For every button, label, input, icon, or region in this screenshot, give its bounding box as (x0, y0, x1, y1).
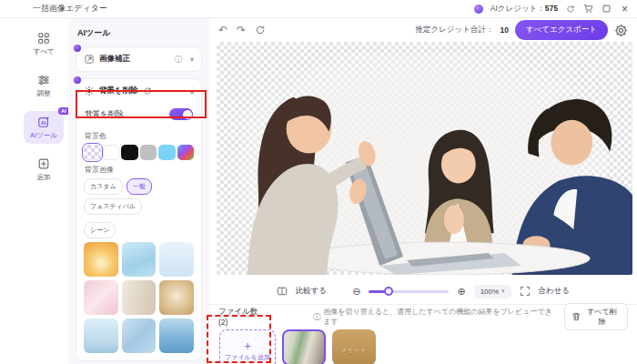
delete-all-button[interactable]: すべて削除 (564, 303, 628, 330)
photo-person-middle (424, 130, 494, 248)
add-file-button[interactable]: ＋ ファイルを追加 (219, 329, 276, 364)
bg-image-grid (84, 242, 194, 353)
remove-bg-label: 背景を削除 (99, 86, 138, 96)
toggle-knob (183, 110, 192, 119)
fit-screen-icon[interactable] (520, 286, 531, 297)
file-strip: ファイル数 (2) ⓘ画像を切り替えると、適用したすべての機能の結果をプレビュー… (209, 304, 637, 364)
info-icon[interactable]: ⓘ (175, 55, 182, 65)
remove-bg-toggle-row: 背景を削除 (84, 103, 194, 126)
swatch-transparent[interactable] (84, 145, 101, 160)
rail-item-all[interactable]: すべて (24, 27, 64, 60)
swatch-gray[interactable] (140, 145, 157, 160)
bg-image-tabs: カスタム 一般 フェスティバル シーン (84, 178, 194, 238)
image-correction-header[interactable]: 画像補正 ⓘ ▾ (76, 47, 201, 71)
compare-label: 比較する (296, 286, 327, 297)
titlebar: 一括画像エディター AIクレジット：575 × (0, 0, 637, 18)
bg-thumb-sea-horizon[interactable] (84, 318, 118, 353)
bg-thumb-pale-sky[interactable] (159, 242, 194, 277)
swatch-black[interactable] (121, 145, 138, 160)
grid-icon (37, 32, 50, 45)
swatch-white[interactable] (103, 145, 120, 160)
plus-square-icon (37, 157, 50, 170)
ai-credits-label: AIクレジット：575 (490, 4, 558, 15)
card-image-correction: 画像補正 ⓘ ▾ (76, 46, 202, 72)
maximize-icon[interactable] (602, 4, 612, 15)
card-remove-bg: 背景を削除 ▴ 背景を削除 背景色 背景画像 カスタム 一般 フェ (76, 78, 202, 361)
close-icon[interactable]: × (622, 4, 628, 15)
swatch-multicolor[interactable] (177, 145, 195, 160)
tab-custom[interactable]: カスタム (84, 178, 123, 195)
bg-thumb-ocean-waves[interactable] (159, 318, 194, 353)
file-hint: ⓘ画像を切り替えると、適用したすべての機能の結果をプレビューできます (313, 307, 559, 327)
estimated-credits-value: 10 (500, 25, 508, 35)
rail-label-adjust: 調整 (37, 89, 51, 98)
swatch-cyan[interactable] (158, 145, 176, 160)
file-thumb-people-photo[interactable] (282, 329, 326, 364)
bg-thumb-golden-light[interactable] (84, 242, 118, 277)
file-thumb-merit-blocks[interactable]: メリット (332, 329, 376, 364)
remove-bg-toggle[interactable] (169, 108, 193, 120)
preview-canvas[interactable] (217, 42, 632, 275)
zoom-level-dropdown[interactable]: 100% ▾ (474, 285, 511, 298)
zoom-slider[interactable] (369, 290, 449, 293)
reset-icon[interactable] (143, 86, 152, 96)
remove-bg-toggle-label: 背景を削除 (85, 109, 124, 120)
estimated-credits-label: 推定クレジット合計： (415, 25, 493, 35)
rail-label-all: すべて (33, 47, 54, 56)
bg-thumb-golden-beige[interactable] (159, 280, 194, 315)
redo-icon[interactable]: ↷ (237, 25, 246, 35)
info-icon: ⓘ (313, 312, 320, 322)
bg-thumb-blue-water[interactable] (122, 242, 157, 277)
bg-thumb-sky-clouds[interactable] (122, 318, 157, 353)
file-hint-text: 画像を切り替えると、適用したすべての機能の結果をプレビューできます (323, 307, 559, 327)
settings-gear-icon[interactable] (614, 24, 628, 37)
ai-tools-icon: AI (37, 116, 50, 128)
export-all-button[interactable]: すべてエクスポート (515, 20, 608, 40)
add-file-label: ファイルを追加 (225, 353, 270, 362)
refresh-credits-icon[interactable] (565, 4, 576, 15)
trash-icon (572, 312, 581, 321)
reset-all-icon[interactable] (255, 25, 266, 35)
tools-panel: AIツール 画像補正 ⓘ ▾ 背景を削除 ▴ 背景を削除 背景色 (68, 18, 209, 364)
file-count-label: ファイル数 (2) (218, 307, 268, 327)
rail-label-add: 追加 (37, 173, 51, 182)
undo-icon[interactable]: ↶ (218, 25, 228, 35)
bg-image-label: 背景画像 (85, 165, 193, 175)
canvas-toolbar: ↶ ↷ 推定クレジット合計： 10 すべてエクスポート (209, 18, 637, 42)
compare-icon[interactable] (277, 286, 288, 297)
ai-credits-text: AIクレジット： (490, 4, 545, 13)
merit-blocks-text: メリット (341, 347, 368, 364)
image-correction-icon (84, 54, 95, 65)
plus-icon: ＋ (242, 339, 254, 351)
bg-thumb-pink-fabric[interactable] (84, 280, 118, 315)
rail-label-ai-tools: AIツール (30, 131, 57, 140)
zoom-in-icon[interactable]: ⊕ (457, 287, 465, 297)
bg-color-swatches (84, 145, 194, 160)
canvas-photo-three-people (217, 42, 632, 275)
remove-bg-header[interactable]: 背景を削除 ▴ (76, 79, 201, 103)
rail-item-adjust[interactable]: 調整 (24, 69, 64, 102)
delete-all-label: すべて削除 (584, 307, 620, 327)
bg-color-label: 背景色 (85, 131, 193, 141)
fit-label: 合わせる (539, 286, 571, 297)
chevron-down-icon: ▾ (501, 288, 505, 295)
app-title: 一括画像エディター (33, 3, 107, 15)
nav-rail: すべて 調整 AI AI AIツール 追加 (0, 18, 68, 364)
tab-scene[interactable]: シーン (84, 222, 116, 238)
chevron-down-icon[interactable]: ▾ (190, 56, 194, 64)
rail-item-ai-tools[interactable]: AI AI AIツール (24, 111, 64, 144)
ai-credit-icon (474, 5, 483, 14)
chevron-up-icon[interactable]: ▴ (190, 87, 194, 96)
ai-credits-value: 575 (545, 4, 558, 13)
zoom-slider-handle[interactable] (384, 287, 393, 296)
cart-icon[interactable] (583, 4, 594, 15)
svg-text:AI: AI (41, 120, 46, 126)
tab-general[interactable]: 一般 (126, 178, 152, 195)
ai-feature-dot-icon (74, 76, 81, 84)
zoom-level-value: 100% (480, 288, 499, 296)
zoom-out-icon[interactable]: ⊖ (352, 287, 360, 297)
tab-festival[interactable]: フェスティバル (84, 198, 142, 215)
rail-item-add[interactable]: 追加 (24, 153, 64, 186)
sliders-icon (37, 74, 50, 86)
bg-thumb-white-curtain[interactable] (122, 280, 157, 315)
